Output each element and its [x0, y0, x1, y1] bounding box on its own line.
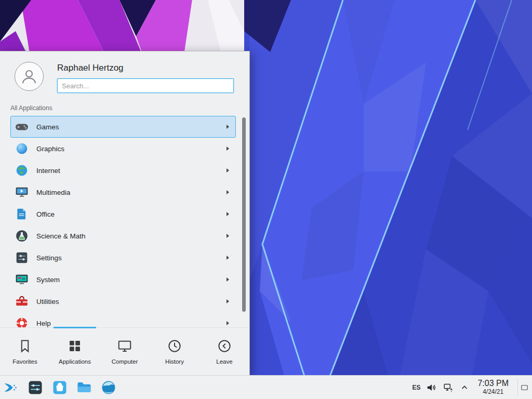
taskbar-left: [2, 379, 117, 396]
web-browser-icon[interactable]: [100, 379, 117, 396]
history-icon: [167, 338, 182, 354]
chevron-right-icon: [225, 211, 230, 217]
category-office[interactable]: Office: [10, 203, 236, 225]
clock-date: 4/24/21: [477, 389, 509, 396]
chevron-right-icon: [225, 124, 230, 129]
leave-icon: [217, 338, 232, 354]
section-label: All Applications: [0, 97, 249, 116]
network-icon[interactable]: [443, 382, 455, 393]
digital-clock[interactable]: 7:03 PM 4/24/21: [474, 379, 512, 395]
expand-tray-icon[interactable]: [460, 383, 469, 392]
internet-icon: [15, 164, 29, 177]
app-launcher-icon[interactable]: [2, 379, 20, 396]
tab-leave[interactable]: Leave: [200, 328, 249, 375]
games-icon: [15, 120, 29, 134]
terminal-icon[interactable]: [26, 379, 44, 396]
tab-applications[interactable]: Applications: [50, 328, 100, 375]
scrollbar[interactable]: [242, 117, 246, 312]
category-utilities[interactable]: Utilities: [10, 290, 236, 312]
launcher-tab-bar: Favorites Applications Computer Histor: [0, 327, 249, 375]
user-name: Raphael Hertzog: [57, 63, 239, 73]
chevron-right-icon: [225, 299, 230, 304]
utilities-icon: [15, 295, 29, 308]
category-multimedia[interactable]: Multimedia: [10, 181, 236, 203]
volume-icon[interactable]: [426, 382, 437, 393]
chevron-right-icon: [225, 233, 230, 238]
chevron-right-icon: [225, 190, 230, 195]
science-icon: [15, 229, 29, 243]
settings-icon: [15, 251, 29, 264]
multimedia-icon: [15, 185, 29, 199]
launcher-header: Raphael Hertzog: [0, 51, 249, 97]
desktop: Raphael Hertzog All Applications Games G…: [0, 0, 532, 399]
file-manager-icon[interactable]: [75, 379, 93, 396]
system-tray: ES 7:03 PM 4/24/21: [412, 379, 530, 396]
chevron-right-icon: [225, 168, 230, 173]
avatar[interactable]: [15, 62, 44, 91]
computer-icon: [117, 338, 132, 354]
keyboard-layout-indicator[interactable]: ES: [412, 384, 420, 391]
office-icon: [15, 207, 29, 221]
active-tab-indicator: [54, 327, 96, 328]
tab-computer[interactable]: Computer: [100, 328, 150, 375]
applications-icon: [67, 338, 83, 354]
category-internet[interactable]: Internet: [10, 159, 236, 181]
header-right: Raphael Hertzog: [57, 62, 239, 97]
help-icon: [15, 316, 29, 327]
category-help[interactable]: Help: [10, 312, 236, 327]
category-graphics[interactable]: Graphics: [10, 138, 236, 159]
clock-time: 7:03 PM: [477, 379, 509, 388]
application-launcher: Raphael Hertzog All Applications Games G…: [0, 51, 250, 375]
search-input[interactable]: [57, 78, 234, 93]
favorites-icon: [17, 338, 33, 354]
category-system[interactable]: System: [10, 269, 236, 290]
category-games[interactable]: Games: [10, 116, 236, 138]
tab-history[interactable]: History: [150, 328, 200, 375]
discover-icon[interactable]: [51, 379, 69, 396]
chevron-right-icon: [225, 146, 230, 151]
category-science-math[interactable]: Science & Math: [10, 225, 236, 247]
taskbar: ES 7:03 PM 4/24/21: [0, 375, 532, 399]
chevron-right-icon: [225, 255, 230, 260]
tab-favorites[interactable]: Favorites: [0, 328, 50, 375]
app-category-list: Games Graphics Internet: [0, 116, 249, 327]
graphics-icon: [15, 142, 29, 155]
category-settings[interactable]: Settings: [10, 247, 236, 269]
chevron-right-icon: [225, 321, 230, 326]
system-icon: [15, 273, 29, 286]
chevron-right-icon: [225, 277, 230, 282]
show-desktop-button[interactable]: [517, 379, 529, 396]
